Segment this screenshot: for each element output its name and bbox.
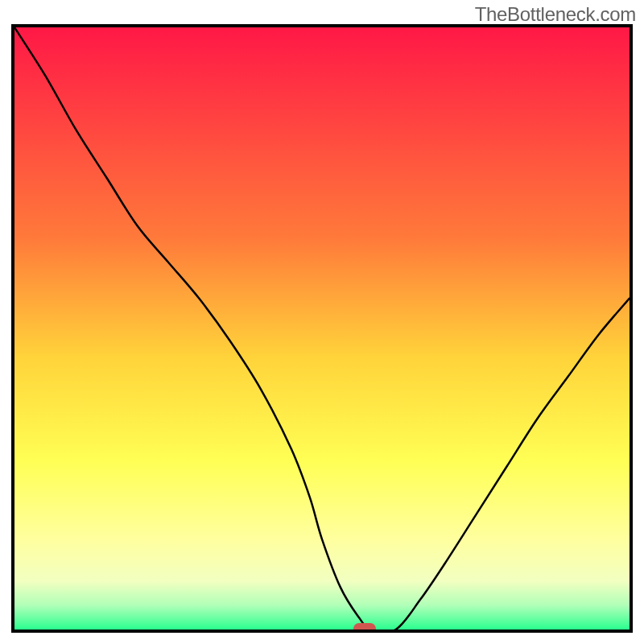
watermark-text: TheBottleneck.com: [475, 3, 636, 26]
bottleneck-marker: [353, 623, 376, 633]
bottleneck-curve-path: [14, 27, 630, 630]
chart-frame: [11, 24, 633, 633]
chart-curve: [14, 27, 630, 630]
